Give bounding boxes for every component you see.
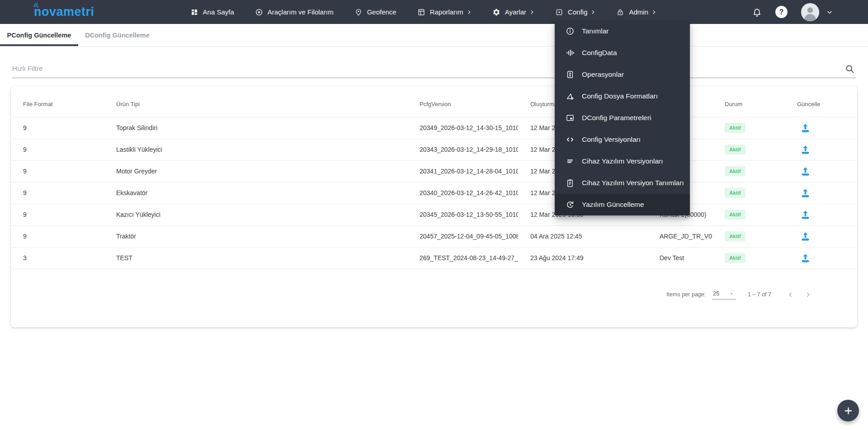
cell-file-format: 3 xyxy=(11,247,104,269)
nav-item[interactable]: Ana Sayfa xyxy=(190,8,234,16)
cell-pcfg-version: 20349_2026-03-12_14-30-15_10107_ToprakSi… xyxy=(407,117,518,139)
clipboard-icon xyxy=(566,178,575,187)
nav-item[interactable]: Geofence xyxy=(354,8,396,16)
table-row: 9 Motor Greyder 20341_2026-03-12_14-28-0… xyxy=(11,160,857,182)
table-row: 9 Traktör 20457_2025-12-04_09-45-05_1008… xyxy=(11,225,857,247)
status-badge: Aktif xyxy=(725,210,745,220)
pconfig-table-card: File Format Ürün Tipi PcfgVersion Oluştu… xyxy=(11,86,857,327)
nav-item-label: Araçlarım ve Filolarım xyxy=(268,8,334,16)
gear-icon xyxy=(492,8,500,16)
cell-urun-tipi: Toprak Silindiri xyxy=(104,117,407,139)
tab[interactable]: DConfig Güncelleme xyxy=(78,24,156,46)
chevron-right-thin-icon xyxy=(805,292,811,298)
profile-menu-button[interactable] xyxy=(826,9,833,15)
menu-item[interactable]: DConfig Parametreleri xyxy=(555,107,690,129)
upload-icon xyxy=(800,144,811,155)
cell-file-format: 9 xyxy=(11,139,104,160)
items-per-page-label: Items per page: xyxy=(666,291,706,298)
cell-guncelle xyxy=(785,160,857,182)
tab-label: PConfig Güncelleme xyxy=(7,32,71,39)
menu-item[interactable]: Config Versiyonları xyxy=(555,129,690,150)
cell-pcfg-version: 269_TEST_2024-08-23_14-49-27_10002 xyxy=(407,247,518,269)
next-page-button[interactable] xyxy=(802,289,814,300)
target-icon xyxy=(255,8,263,16)
nav-item[interactable]: Ayarlar xyxy=(492,8,534,16)
nav-item[interactable]: Config xyxy=(555,8,595,16)
upload-icon xyxy=(800,252,811,264)
cell-pcfg-version: 20345_2026-03-12_13-50-55_10103_KaziciYu… xyxy=(407,204,518,225)
menu-item[interactable]: Yazılım Güncelleme xyxy=(555,194,690,215)
cell-file-format: 9 xyxy=(11,117,104,139)
menu-item-label: Cihaz Yazılım Versiyonları xyxy=(582,157,663,165)
cell-guncelle xyxy=(785,117,857,139)
picture-in-picture-icon xyxy=(566,113,575,122)
upload-icon xyxy=(800,187,811,199)
items-per-page-select[interactable]: 25 xyxy=(712,290,736,299)
menu-item[interactable]: ConfigData xyxy=(555,42,690,64)
status-badge: Aktif xyxy=(725,253,745,263)
nav-item[interactable]: Admin xyxy=(616,8,656,16)
upload-button[interactable] xyxy=(800,166,811,177)
upload-button[interactable] xyxy=(800,122,811,134)
add-button[interactable] xyxy=(837,400,859,421)
info-icon xyxy=(566,27,575,36)
items-per-page-value: 25 xyxy=(713,290,719,297)
cell-durum: Aktif xyxy=(712,182,785,204)
tab[interactable]: PConfig Güncelleme xyxy=(0,24,78,46)
table-header-row: File Format Ürün Tipi PcfgVersion Oluştu… xyxy=(11,92,857,117)
help-icon: ? xyxy=(779,8,784,16)
upload-button[interactable] xyxy=(800,187,811,199)
cell-urun-tipi: Motor Greyder xyxy=(104,160,407,182)
chevron-down-icon xyxy=(826,9,833,15)
cell-pcfg-version: 20340_2026-03-12_14-26-42_10104_Ekskavat… xyxy=(407,182,518,204)
app-logo[interactable]: novametri xyxy=(34,6,94,18)
lock-icon xyxy=(616,8,624,16)
menu-item[interactable]: Config Dosya Formatları xyxy=(555,85,690,107)
table-row: 9 Kazıcı Yükleyici 20345_2026-03-12_13-5… xyxy=(11,204,857,225)
update-icon xyxy=(566,200,575,209)
search-icon[interactable] xyxy=(844,64,855,74)
nav-item[interactable]: Araçlarım ve Filolarım xyxy=(255,8,334,16)
table-row: 3 TEST 269_TEST_2024-08-23_14-49-27_1000… xyxy=(11,247,857,269)
upload-button[interactable] xyxy=(800,144,811,155)
upload-button[interactable] xyxy=(800,231,811,242)
cell-urun-tipi: Kazıcı Yükleyici xyxy=(104,204,407,225)
upload-button[interactable] xyxy=(800,252,811,264)
nav-item-label: Ana Sayfa xyxy=(203,8,234,16)
user-avatar[interactable] xyxy=(801,3,819,21)
menu-item[interactable]: Cihaz Yazılım Versiyon Tanımları xyxy=(555,172,690,194)
menu-item-label: ConfigData xyxy=(582,49,617,57)
cell-guncelle xyxy=(785,204,857,225)
quick-filter-input[interactable] xyxy=(12,59,856,78)
cell-olusturma-tarihi: 23 Ağu 2024 17:49 xyxy=(518,247,647,269)
menu-item[interactable]: Operasyonlar xyxy=(555,64,690,85)
main-nav: Ana Sayfa Araçlarım ve Filolarım Geofenc… xyxy=(94,8,752,16)
cell-urun-tipi: Ekskavatör xyxy=(104,182,407,204)
column-header: Ürün Tipi xyxy=(104,92,407,117)
status-badge: Aktif xyxy=(725,123,745,133)
caret-down-icon xyxy=(729,291,734,296)
menu-item[interactable]: Cihaz Yazılım Versiyonları xyxy=(555,150,690,172)
cell-urun-tipi: TEST xyxy=(104,247,407,269)
nav-item-label: Raporlarım xyxy=(430,8,463,16)
help-button[interactable]: ? xyxy=(775,6,788,18)
top-navbar: novametri Ana Sayfa Araçlarım ve Filolar… xyxy=(0,0,868,24)
bell-icon xyxy=(752,7,762,17)
cell-durum: Aktif xyxy=(712,117,785,139)
menu-item-label: Operasyonlar xyxy=(582,70,624,79)
nav-item[interactable]: Raporlarım xyxy=(417,8,472,16)
upload-button[interactable] xyxy=(800,209,811,220)
upload-icon xyxy=(800,209,811,220)
cell-file-format: 9 xyxy=(11,160,104,182)
tab-bar: PConfig Güncelleme DConfig Güncelleme xyxy=(0,24,868,47)
status-badge: Aktif xyxy=(725,166,745,176)
cell-durum: Aktif xyxy=(712,139,785,160)
cell-aciklama: Dev Test xyxy=(647,247,712,269)
status-badge: Aktif xyxy=(725,145,745,154)
notifications-button[interactable] xyxy=(752,7,762,17)
table-row: 9 Ekskavatör 20340_2026-03-12_14-26-42_1… xyxy=(11,182,857,204)
cell-urun-tipi: Traktör xyxy=(104,225,407,247)
prev-page-button[interactable] xyxy=(785,289,796,300)
menu-item[interactable]: Tanımlar xyxy=(555,20,690,42)
column-header: PcfgVersion xyxy=(407,92,518,117)
